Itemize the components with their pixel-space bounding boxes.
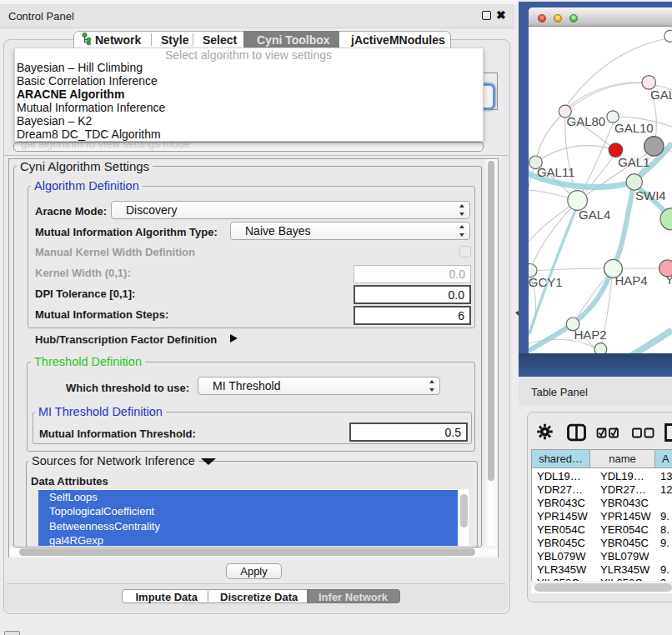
- svg-text:HAP4: HAP4: [615, 273, 648, 288]
- svg-text:Y: Y: [665, 272, 672, 287]
- svg-text:HAP2: HAP2: [574, 328, 606, 342]
- svg-text:GAL2: GAL2: [650, 88, 672, 102]
- svg-text:GAL1: GAL1: [618, 155, 649, 169]
- svg-text:GAL4: GAL4: [579, 208, 610, 222]
- svg-text:GCY1: GCY1: [529, 275, 563, 289]
- svg-text:GAL11: GAL11: [537, 165, 575, 179]
- svg-text:GAL80: GAL80: [567, 114, 606, 128]
- svg-text:SWI4: SWI4: [635, 188, 666, 202]
- svg-text:GAL10: GAL10: [614, 121, 654, 135]
